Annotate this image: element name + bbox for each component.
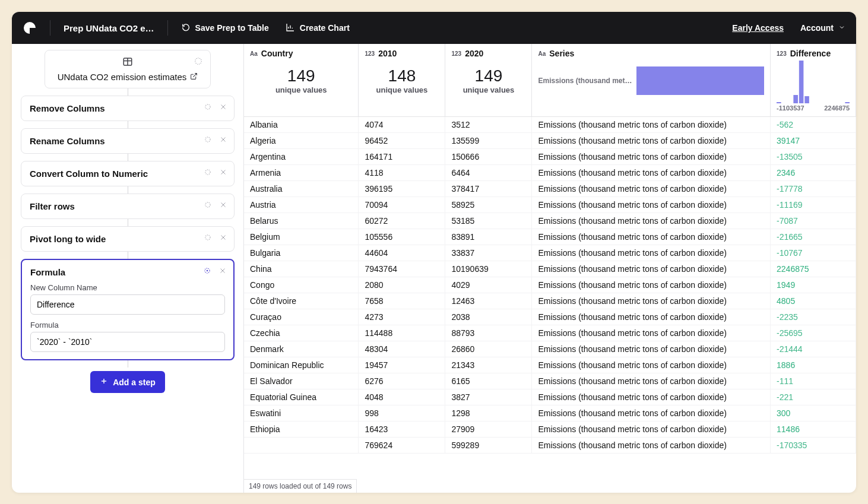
cell-diff: -11169	[771, 197, 856, 213]
plus-icon	[100, 377, 108, 387]
create-chart-button[interactable]: Create Chart	[286, 23, 350, 34]
table-row[interactable]: Côte d'Ivoire765812463Emissions (thousan…	[244, 293, 856, 309]
step-convert-column-to-numeric[interactable]: Convert Column to Numeric	[21, 161, 235, 186]
table-row[interactable]: El Salvador62766165Emissions (thousand m…	[244, 373, 856, 389]
cell-country: Belgium	[244, 229, 359, 245]
cell-y2020: 135599	[445, 133, 532, 149]
table-row[interactable]: China794376410190639Emissions (thousand …	[244, 261, 856, 277]
account-menu[interactable]: Account	[800, 23, 845, 33]
table-row[interactable]: Czechia11448888793Emissions (thousand me…	[244, 325, 856, 341]
close-icon[interactable]	[218, 167, 228, 177]
add-step-button[interactable]: Add a step	[90, 371, 165, 393]
cell-country: Denmark	[244, 341, 359, 357]
cell-country: Belarus	[244, 213, 359, 229]
table-row[interactable]: 769624599289Emissions (thousand metric t…	[244, 438, 856, 454]
cell-series: Emissions (thousand metric tons of carbo…	[532, 181, 771, 197]
source-card[interactable]: UNdata CO2 emission estimates	[45, 50, 211, 88]
table-row[interactable]: Dominican Republic1945721343Emissions (t…	[244, 357, 856, 373]
save-icon	[181, 23, 191, 34]
refresh-icon[interactable]	[203, 102, 213, 112]
cell-diff: -13505	[771, 149, 856, 165]
col-header-difference[interactable]: 123Difference	[771, 44, 856, 117]
cell-y2010: 7658	[359, 293, 445, 309]
cell-diff: -170335	[771, 438, 856, 454]
table-row[interactable]: Albania40743512Emissions (thousand metri…	[244, 117, 856, 133]
cell-series: Emissions (thousand metric tons of carbo…	[532, 149, 771, 165]
refresh-icon[interactable]	[203, 200, 213, 210]
cell-y2020: 599289	[445, 438, 532, 454]
cell-series: Emissions (thousand metric tons of carbo…	[532, 293, 771, 309]
close-icon[interactable]	[218, 266, 227, 275]
refresh-icon[interactable]	[203, 167, 213, 177]
cell-y2020: 150666	[445, 149, 532, 165]
step-formula[interactable]: Formula New Column Name Fo	[21, 259, 235, 360]
step-title: Pivot long to wide	[30, 234, 226, 244]
step-rename-columns[interactable]: Rename Columns	[21, 128, 235, 154]
refresh-icon[interactable]	[202, 266, 212, 275]
cell-series: Emissions (thousand metric tons of carbo…	[532, 405, 771, 421]
formula-input[interactable]	[30, 332, 225, 352]
app-logo-icon	[23, 21, 37, 35]
svg-point-4	[205, 104, 210, 109]
table-row[interactable]: Austria7009458925Emissions (thousand met…	[244, 197, 856, 213]
table-row[interactable]: Belarus6027253185Emissions (thousand met…	[244, 213, 856, 229]
cell-diff: -2235	[771, 309, 856, 325]
series-bar	[636, 66, 764, 95]
table-row[interactable]: Ethiopia1642327909Emissions (thousand me…	[244, 421, 856, 438]
table-row[interactable]: Congo20804029Emissions (thousand metric …	[244, 277, 856, 293]
cell-country	[244, 438, 359, 454]
col-header-country[interactable]: AaCountry 149unique values	[244, 44, 359, 117]
table-row[interactable]: Algeria96452135599Emissions (thousand me…	[244, 133, 856, 149]
col-header-2020[interactable]: 1232020 149unique values	[445, 44, 532, 117]
difference-histogram	[777, 61, 850, 103]
refresh-icon[interactable]	[203, 135, 213, 144]
cell-y2020: 1298	[445, 405, 532, 421]
table-row[interactable]: Equatorial Guinea40483827Emissions (thou…	[244, 389, 856, 405]
cell-diff: -17778	[771, 181, 856, 197]
close-icon[interactable]	[218, 102, 228, 112]
content: UNdata CO2 emission estimates Remove Col…	[12, 44, 856, 493]
step-remove-columns[interactable]: Remove Columns	[21, 96, 235, 121]
close-icon[interactable]	[218, 233, 228, 242]
divider	[167, 20, 168, 36]
table-row[interactable]: Belgium10555683891Emissions (thousand me…	[244, 229, 856, 245]
refresh-icon[interactable]	[203, 233, 213, 242]
step-pivot-long-to-wide[interactable]: Pivot long to wide	[21, 226, 235, 252]
table-row[interactable]: Curaçao42732038Emissions (thousand metri…	[244, 309, 856, 325]
cell-country: Ethiopia	[244, 421, 359, 438]
table-row[interactable]: Denmark4830426860Emissions (thousand met…	[244, 341, 856, 357]
col-header-2010[interactable]: 1232010 148unique values	[359, 44, 445, 117]
source-options-icon[interactable]	[194, 56, 203, 66]
new-column-input[interactable]	[30, 294, 225, 315]
step-filter-rows[interactable]: Filter rows	[21, 194, 235, 219]
table-icon	[122, 56, 133, 69]
cell-y2010: 44604	[359, 245, 445, 261]
svg-rect-28	[804, 96, 809, 103]
cell-y2010: 769624	[359, 438, 445, 454]
early-access-link[interactable]: Early Access	[732, 23, 784, 33]
table-row[interactable]: Eswatini9981298Emissions (thousand metri…	[244, 405, 856, 421]
save-prep-button[interactable]: Save Prep to Table	[181, 23, 269, 34]
cell-country: Bulgaria	[244, 245, 359, 261]
col-header-series[interactable]: AaSeries Emissions (thousand metri…	[532, 44, 771, 117]
close-icon[interactable]	[218, 135, 228, 144]
table-row[interactable]: Australia396195378417Emissions (thousand…	[244, 181, 856, 197]
cell-y2010: 6276	[359, 373, 445, 389]
cell-country: Austria	[244, 197, 359, 213]
table-row[interactable]: Argentina164171150666Emissions (thousand…	[244, 149, 856, 165]
cell-y2010: 60272	[359, 213, 445, 229]
cell-country: Albania	[244, 117, 359, 133]
cell-series: Emissions (thousand metric tons of carbo…	[532, 261, 771, 277]
cell-y2010: 96452	[359, 133, 445, 149]
data-table-wrap[interactable]: AaCountry 149unique values 1232010 148un…	[243, 44, 856, 493]
svg-rect-27	[799, 61, 804, 103]
svg-rect-29	[845, 102, 850, 103]
table-row[interactable]: Bulgaria4460433837Emissions (thousand me…	[244, 245, 856, 261]
cell-country: Czechia	[244, 325, 359, 341]
cell-y2010: 164171	[359, 149, 445, 165]
svg-point-13	[205, 202, 210, 207]
table-row[interactable]: Armenia41186464Emissions (thousand metri…	[244, 165, 856, 181]
close-icon[interactable]	[218, 200, 228, 210]
data-table: AaCountry 149unique values 1232010 148un…	[244, 44, 856, 454]
cell-diff: 39147	[771, 133, 856, 149]
